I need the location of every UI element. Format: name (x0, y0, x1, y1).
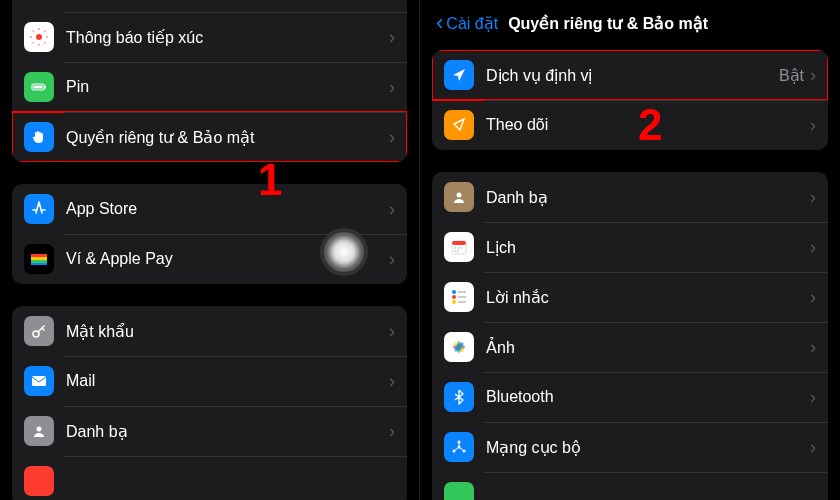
privacy-row-cutoff[interactable] (432, 472, 828, 500)
settings-row-passwords[interactable]: Mật khẩu › (12, 306, 407, 356)
svg-point-18 (37, 427, 42, 432)
chevron-right-icon: › (810, 287, 816, 308)
svg-rect-13 (31, 257, 47, 260)
row-value: Bật (779, 66, 804, 85)
chevron-left-icon: ‹ (436, 10, 443, 36)
key-icon (24, 316, 54, 346)
privacy-row-calendar[interactable]: Lịch › (432, 222, 828, 272)
wallet-icon (24, 244, 54, 274)
mail-icon (24, 366, 54, 396)
privacy-group: Danh bạ › Lịch › Lời nhắc › Ảnh › (432, 172, 828, 500)
settings-row-appstore[interactable]: App Store › (12, 184, 407, 234)
settings-row-privacy[interactable]: Quyền riêng tư & Bảo mật › (12, 112, 407, 162)
settings-row-contacts[interactable]: Danh bạ › (12, 406, 407, 456)
privacy-row-photos[interactable]: Ảnh › (432, 322, 828, 372)
row-label: Mail (66, 372, 389, 390)
contacts-icon (444, 182, 474, 212)
assistive-touch-button[interactable] (320, 228, 368, 276)
svg-rect-12 (31, 254, 47, 257)
row-label: Thông báo tiếp xúc (66, 28, 389, 47)
row-label: Danh bạ (486, 188, 810, 207)
chevron-right-icon: › (810, 65, 816, 86)
svg-point-25 (454, 250, 455, 251)
reminders-icon (444, 282, 474, 312)
chevron-right-icon: › (810, 237, 816, 258)
row-label: Lời nhắc (486, 288, 810, 307)
settings-row-mail[interactable]: Mail › (12, 356, 407, 406)
icon-cutoff (24, 466, 54, 496)
svg-rect-31 (458, 296, 466, 298)
chevron-right-icon: › (810, 337, 816, 358)
svg-point-22 (454, 247, 455, 248)
svg-rect-10 (45, 86, 47, 89)
svg-point-0 (36, 34, 42, 40)
page-title: Quyền riêng tư & Bảo mật (508, 14, 708, 33)
chevron-right-icon: › (389, 27, 395, 48)
privacy-hand-icon (24, 122, 54, 152)
svg-rect-15 (31, 263, 47, 265)
row-label: App Store (66, 200, 389, 218)
svg-point-23 (457, 247, 458, 248)
settings-screen-left: Thông báo tiếp xúc › Pin › Quyền riêng t… (0, 0, 420, 500)
settings-group: Thông báo tiếp xúc › Pin › Quyền riêng t… (12, 0, 407, 162)
row-label: Dịch vụ định vị (486, 66, 779, 85)
appstore-icon (24, 194, 54, 224)
privacy-group: Dịch vụ định vị Bật › Theo dõi › (432, 50, 828, 150)
chevron-right-icon: › (389, 127, 395, 148)
svg-line-8 (44, 31, 45, 32)
chevron-right-icon: › (810, 387, 816, 408)
svg-rect-32 (458, 301, 466, 303)
privacy-screen-right: ‹ Cài đặt Quyền riêng tư & Bảo mật Dịch … (420, 0, 840, 500)
icon-cutoff (444, 482, 474, 500)
settings-row-battery[interactable]: Pin › (12, 62, 407, 112)
svg-point-24 (460, 247, 461, 248)
svg-point-26 (457, 250, 458, 251)
contacts-icon (24, 416, 54, 446)
svg-point-27 (452, 290, 456, 294)
chevron-right-icon: › (389, 421, 395, 442)
svg-rect-30 (458, 291, 466, 293)
row-label: Danh bạ (66, 422, 389, 441)
svg-rect-14 (31, 260, 47, 263)
chevron-right-icon: › (810, 437, 816, 458)
privacy-row-contacts[interactable]: Danh bạ › (432, 172, 828, 222)
chevron-right-icon: › (389, 371, 395, 392)
svg-rect-21 (452, 241, 466, 245)
nav-header: ‹ Cài đặt Quyền riêng tư & Bảo mật (432, 0, 828, 50)
back-button[interactable]: ‹ Cài đặt (436, 10, 498, 36)
row-label: Theo dõi (486, 116, 810, 134)
location-arrow-icon (444, 60, 474, 90)
privacy-row-tracking[interactable]: Theo dõi › (432, 100, 828, 150)
tracking-icon (444, 110, 474, 140)
chevron-right-icon: › (389, 321, 395, 342)
row-label: Mật khẩu (66, 322, 389, 341)
bluetooth-icon (444, 382, 474, 412)
svg-line-6 (44, 42, 45, 43)
calendar-icon (444, 232, 474, 262)
row-label: Lịch (486, 238, 810, 257)
battery-icon (24, 72, 54, 102)
row-label: Mạng cục bộ (486, 438, 810, 457)
chevron-right-icon: › (389, 77, 395, 98)
row-label: Ảnh (486, 338, 810, 357)
row-label: Pin (66, 78, 389, 96)
privacy-row-reminders[interactable]: Lời nhắc › (432, 272, 828, 322)
settings-row-exposure[interactable]: Thông báo tiếp xúc › (12, 12, 407, 62)
back-label: Cài đặt (446, 14, 498, 33)
settings-row-cutoff-bottom[interactable] (12, 456, 407, 500)
photos-icon (444, 332, 474, 362)
row-label: Bluetooth (486, 388, 810, 406)
svg-rect-17 (32, 376, 46, 386)
privacy-row-local-network[interactable]: Mạng cục bộ › (432, 422, 828, 472)
svg-line-5 (33, 31, 34, 32)
row-label: Quyền riêng tư & Bảo mật (66, 128, 389, 147)
chevron-right-icon: › (389, 199, 395, 220)
settings-group: Mật khẩu › Mail › Danh bạ › (12, 306, 407, 500)
chevron-right-icon: › (810, 187, 816, 208)
svg-point-19 (457, 193, 462, 198)
local-network-icon (444, 432, 474, 462)
chevron-right-icon: › (810, 115, 816, 136)
svg-point-29 (452, 300, 456, 304)
privacy-row-location[interactable]: Dịch vụ định vị Bật › (432, 50, 828, 100)
privacy-row-bluetooth[interactable]: Bluetooth › (432, 372, 828, 422)
